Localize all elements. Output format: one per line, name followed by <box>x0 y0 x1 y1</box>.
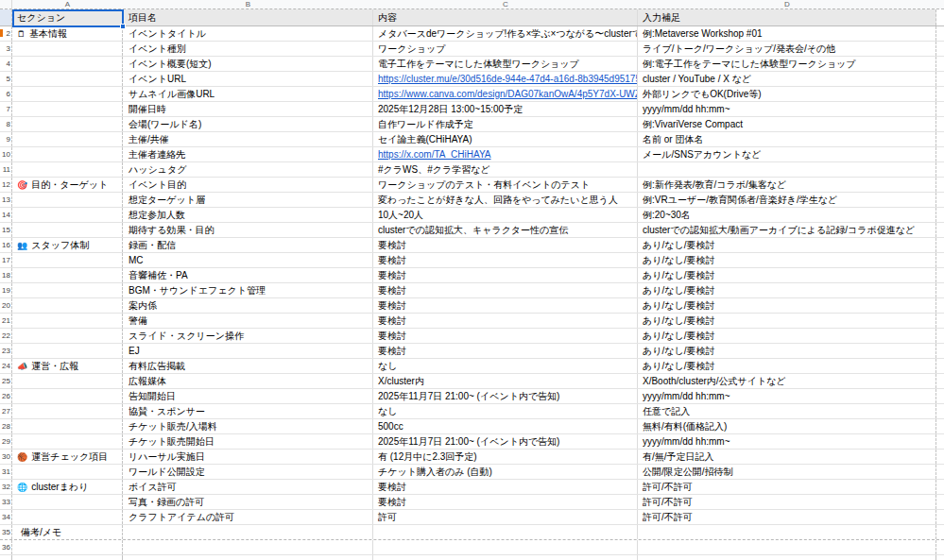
content-link[interactable]: https://www.canva.com/design/DAG07kanOwA… <box>378 89 638 99</box>
cell-extra[interactable] <box>936 419 944 433</box>
cell-extra[interactable] <box>936 223 944 237</box>
cell-section[interactable]: 🎯目的・ターゲット <box>12 178 123 192</box>
cell-section[interactable] <box>12 419 123 433</box>
cell-hint[interactable]: 名前 or 団体名 <box>638 132 936 146</box>
cell-extra[interactable] <box>936 132 944 146</box>
cell-item-name[interactable] <box>123 525 373 539</box>
row-number[interactable]: 35 <box>0 525 12 539</box>
cell-extra[interactable] <box>936 465 944 479</box>
row-number[interactable]: 12 <box>0 178 12 192</box>
cell-extra[interactable] <box>936 238 944 252</box>
row-number[interactable]: 9 <box>0 132 12 146</box>
row-number[interactable]: 17 <box>0 253 12 267</box>
cell-section[interactable] <box>12 374 123 388</box>
row-number[interactable]: 20 <box>0 298 12 313</box>
column-letter[interactable]: A <box>12 0 123 8</box>
row-number[interactable]: 3 <box>0 42 12 56</box>
content-link[interactable]: https://cluster.mu/e/30d516de-944e-47d4-… <box>378 74 638 84</box>
row-number[interactable]: 33 <box>0 495 12 509</box>
cell-extra[interactable] <box>936 555 944 560</box>
cell-content[interactable]: ワークショップのテスト・有料イベントのテスト <box>373 178 638 192</box>
row-number[interactable]: 31 <box>0 465 12 479</box>
row-number[interactable]: 7 <box>0 102 12 116</box>
cell-extra[interactable] <box>936 525 944 539</box>
row-number[interactable]: 32 <box>0 480 12 494</box>
cell-content[interactable]: メタバースdeワークショップ!作る×学ぶ×つながる〜clusterで <box>373 26 638 41</box>
cell-item-name[interactable]: イベント種別 <box>123 42 373 56</box>
cell-hint[interactable]: あり/なし/要検討 <box>638 268 936 282</box>
cell-section[interactable] <box>12 495 123 509</box>
row-number[interactable]: 11 <box>0 162 12 177</box>
cell-hint[interactable] <box>638 525 936 539</box>
cell-extra[interactable] <box>936 314 944 328</box>
cell-extra[interactable] <box>936 329 944 343</box>
cell-extra[interactable] <box>936 359 944 373</box>
column-letter-extra[interactable] <box>936 0 944 8</box>
row-number[interactable]: 36 <box>0 540 12 554</box>
cell-content[interactable] <box>373 525 638 539</box>
row-number[interactable]: 37 <box>0 555 12 560</box>
row-number[interactable]: 23 <box>0 344 12 358</box>
cell-item-name[interactable]: 主催/共催 <box>123 132 373 146</box>
cell-extra[interactable] <box>936 253 944 267</box>
cell-content[interactable]: 要検討 <box>373 253 638 267</box>
cell-section[interactable] <box>12 510 123 524</box>
cell-extra[interactable] <box>936 283 944 297</box>
cell-section[interactable] <box>12 329 123 343</box>
cell-content[interactable]: https://www.canva.com/design/DAG07kanOwA… <box>373 87 638 101</box>
cell-hint[interactable]: 任意で記入 <box>638 404 936 418</box>
cell-item-name[interactable]: BGM・サウンドエフェクト管理 <box>123 283 373 297</box>
cell-section[interactable] <box>12 268 123 282</box>
cell-content[interactable]: 要検討 <box>373 344 638 358</box>
cell-hint[interactable]: 例:VivariVerse Compact <box>638 117 936 131</box>
cell-extra[interactable] <box>936 117 944 131</box>
cell-extra[interactable] <box>936 510 944 524</box>
cell-extra[interactable] <box>936 57 944 71</box>
cell-extra[interactable] <box>936 389 944 403</box>
cell-item-name[interactable]: イベントURL <box>123 72 373 86</box>
cell-content[interactable]: 要検討 <box>373 329 638 343</box>
cell-hint[interactable]: cluster / YouTube / X など <box>638 72 936 86</box>
cell-content[interactable]: ワークショップ <box>373 42 638 56</box>
cell-hint[interactable]: 例:電子工作をテーマにした体験型ワークショップ <box>638 57 936 71</box>
cell-section[interactable]: 📣運営・広報 <box>12 359 123 373</box>
row-number[interactable]: 28 <box>0 419 12 433</box>
cell-content[interactable]: 有 (12月中に2.3回予定) <box>373 450 638 464</box>
cell-extra[interactable] <box>936 26 944 41</box>
cell-extra[interactable] <box>936 450 944 464</box>
cell-hint[interactable]: 例:20~30名 <box>638 208 936 222</box>
cell-hint[interactable]: clusterでの認知拡大/動画アーカイブによる記録/コラボ促進など <box>638 223 936 237</box>
cell-extra[interactable] <box>936 42 944 56</box>
cell-hint[interactable]: yyyy/mm/dd hh:mm~ <box>638 434 936 449</box>
cell-content[interactable]: 2025年11月7日 21:00~ (イベント内で告知) <box>373 389 638 403</box>
cell-item-name[interactable]: 想定参加人数 <box>123 208 373 222</box>
column-letter[interactable]: C <box>373 0 638 8</box>
cell-content[interactable]: 許可 <box>373 510 638 524</box>
row-number[interactable]: 6 <box>0 87 12 101</box>
row-number-header[interactable] <box>0 9 12 25</box>
cell-hint[interactable]: 外部リンクでもOK(Drive等) <box>638 87 936 101</box>
cell-item-name[interactable]: MC <box>123 253 373 267</box>
row-number[interactable]: 29 <box>0 434 12 449</box>
cell-content[interactable]: なし <box>373 404 638 418</box>
cell-hint[interactable]: ライブ/トーク/ワークショップ/発表会/その他 <box>638 42 936 56</box>
cell-extra[interactable] <box>936 147 944 161</box>
cell-item-name[interactable]: イベントタイトル <box>123 26 373 41</box>
cell-hint[interactable]: 例:新作発表/教育/コラボ/集客など <box>638 178 936 192</box>
cell-item-name[interactable]: ワールド公開設定 <box>123 465 373 479</box>
cell-content[interactable]: 2025年11月7日 21:00~ (イベント内で告知) <box>373 434 638 449</box>
cell-item-name[interactable]: 写真・録画の許可 <box>123 495 373 509</box>
cell-extra[interactable] <box>936 480 944 494</box>
cell-content[interactable] <box>373 555 638 560</box>
cell-content[interactable]: 要検討 <box>373 495 638 509</box>
cell-item-name[interactable]: 期待する効果・目的 <box>123 223 373 237</box>
cell-extra[interactable] <box>936 540 944 554</box>
cell-item-name[interactable]: リハーサル実施日 <box>123 450 373 464</box>
row-number[interactable]: 15 <box>0 223 12 237</box>
cell-item-name[interactable]: 想定ターゲット層 <box>123 193 373 207</box>
cell-section[interactable]: 👥スタッフ体制 <box>12 238 123 252</box>
cell-hint[interactable]: 例:Metaverse Workshop #01 <box>638 26 936 41</box>
row-number[interactable]: 34 <box>0 510 12 524</box>
cell-content[interactable]: 要検討 <box>373 480 638 494</box>
cell-section[interactable]: 🗒基本情報 <box>12 26 123 41</box>
